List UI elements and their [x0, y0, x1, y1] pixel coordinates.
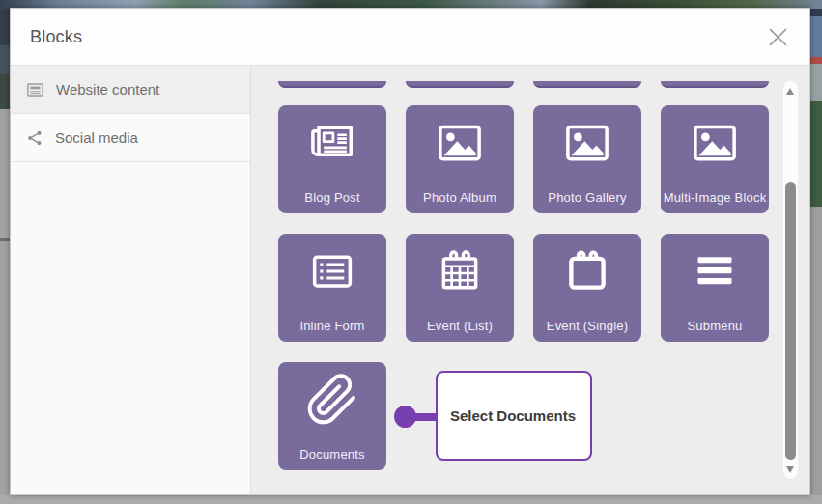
block-tile-label: Photo Album	[423, 190, 496, 213]
image-icon	[433, 116, 487, 170]
callout-select-documents: Select Documents	[436, 371, 592, 461]
scroll-up-arrow-icon[interactable]	[786, 88, 794, 95]
sidebar: Website content Social media	[11, 66, 251, 494]
share-icon	[27, 130, 43, 146]
close-icon	[768, 27, 788, 47]
scrollbar-thumb[interactable]	[785, 182, 796, 460]
sidebar-item-website-content[interactable]: Website content	[11, 66, 250, 114]
article-icon	[27, 83, 43, 97]
modal-body: Website content Social media Blog Post P…	[11, 66, 809, 494]
background-strip-bottom	[0, 495, 822, 504]
image-icon	[560, 116, 614, 170]
block-tile-label: Inline Form	[299, 319, 364, 342]
block-tile-event-single[interactable]: Event (Single)	[533, 234, 641, 342]
form-icon	[305, 244, 359, 298]
block-tile-multi-image-block[interactable]: Multi-Image Block	[661, 105, 769, 213]
blocks-panel: Blog Post Photo Album Photo Gallery Mult…	[251, 66, 809, 494]
block-tile-label: Documents	[299, 447, 365, 470]
partial-block-tile[interactable]	[661, 81, 769, 88]
block-tile-photo-gallery[interactable]: Photo Gallery	[533, 105, 641, 213]
menu-bars-icon	[688, 244, 742, 298]
modal-header: Blocks	[11, 9, 809, 66]
block-tile-label: Submenu	[687, 319, 742, 342]
background-strip-left	[0, 9, 10, 495]
block-tile-event-list[interactable]: Event (List)	[406, 234, 514, 342]
partial-block-tile[interactable]	[533, 81, 641, 88]
block-tile-label: Event (Single)	[547, 319, 628, 342]
blocks-modal: Blocks Website content	[10, 8, 810, 495]
partial-block-tile[interactable]	[406, 81, 514, 88]
block-tile-label: Blog Post	[304, 190, 359, 213]
image-icon	[688, 116, 742, 170]
partial-tiles-row	[278, 81, 769, 88]
block-tile-documents[interactable]: Documents	[278, 362, 386, 470]
block-tile-label: Photo Gallery	[548, 190, 626, 213]
calendar-icon	[560, 244, 614, 298]
modal-title: Blocks	[30, 27, 764, 47]
block-tile-submenu[interactable]: Submenu	[661, 234, 769, 342]
block-tile-blog-post[interactable]: Blog Post	[278, 105, 386, 213]
partial-block-tile[interactable]	[278, 81, 386, 88]
calendar-grid-icon	[433, 244, 487, 298]
callout-connector-line	[405, 413, 438, 421]
background-strip-right	[810, 9, 822, 495]
newspaper-icon	[305, 116, 359, 170]
block-tile-photo-album[interactable]: Photo Album	[406, 105, 514, 213]
scroll-down-arrow-icon[interactable]	[786, 466, 794, 473]
sidebar-item-label: Website content	[56, 81, 159, 98]
sidebar-item-label: Social media	[55, 129, 138, 146]
callout-label: Select Documents	[450, 407, 576, 424]
block-tile-label: Multi-Image Block	[664, 190, 767, 213]
block-tile-inline-form[interactable]: Inline Form	[278, 234, 386, 342]
paperclip-icon	[305, 373, 359, 427]
block-tile-label: Event (List)	[427, 319, 493, 342]
scrollbar[interactable]	[783, 81, 798, 479]
close-button[interactable]	[764, 23, 792, 51]
sidebar-item-social-media[interactable]: Social media	[11, 114, 250, 162]
